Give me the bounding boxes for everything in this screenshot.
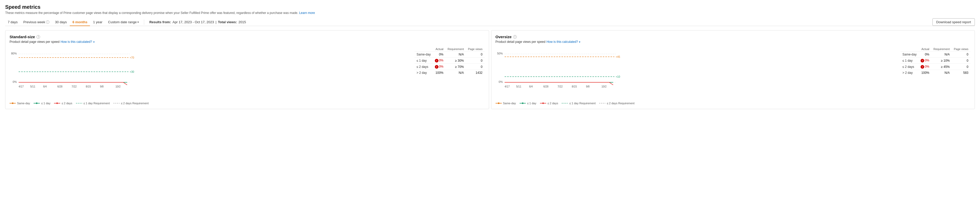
- svg-text:6/28: 6/28: [57, 85, 62, 88]
- oversize-svg-area: 50% 0% +45 +10: [496, 47, 898, 105]
- standard-size-info-icon[interactable]: i: [37, 35, 40, 39]
- table-row: ≤ 1 day !0% ≥ 10% 0: [900, 57, 970, 64]
- table-row: ≤ 2 days !0% ≥ 70% 0: [414, 64, 484, 70]
- oversize-subtitle: Product detail page views per speed How …: [496, 40, 971, 44]
- col-header-pageviews: Page views: [466, 47, 484, 52]
- svg-text:0%: 0%: [499, 80, 503, 83]
- download-speed-report-button[interactable]: Download speed report: [932, 18, 975, 26]
- error-badge: !: [435, 59, 439, 62]
- table-row: ≤ 1 day !0% ≥ 30% 0: [414, 57, 484, 64]
- svg-text:7/22: 7/22: [72, 85, 77, 88]
- legend-2days-req: ≤ 2 days Requirement: [599, 102, 635, 105]
- svg-text:+10: +10: [616, 75, 620, 78]
- legend-same-day: Same-day: [10, 102, 30, 105]
- svg-point-45: [542, 102, 544, 104]
- btn-prev-week[interactable]: Previous week i: [21, 19, 52, 26]
- dropdown-icon: ▾: [93, 41, 95, 43]
- svg-text:10/2: 10/2: [601, 85, 607, 88]
- standard-size-title: Standard-size i: [10, 35, 485, 39]
- error-badge: !: [921, 59, 924, 62]
- standard-size-legend: Same-day ≤ 1 day ≤ 2 days ≤ 1 day R: [10, 102, 412, 105]
- svg-text:5/11: 5/11: [30, 85, 35, 88]
- svg-text:7/22: 7/22: [558, 85, 563, 88]
- legend-same-day: Same-day: [496, 102, 516, 105]
- table-row: Same-day 0% N/A 0: [900, 52, 970, 57]
- svg-text:6/4: 6/4: [529, 85, 533, 88]
- learn-more-link[interactable]: Learn more: [299, 11, 315, 15]
- error-badge: !: [921, 65, 924, 69]
- btn-7days[interactable]: 7 days: [5, 19, 20, 26]
- error-badge: !: [435, 65, 439, 69]
- table-row: > 2 day 100% N/A 1432: [414, 70, 484, 76]
- dropdown-icon: ▾: [137, 21, 139, 24]
- svg-text:6/28: 6/28: [543, 85, 549, 88]
- legend-1day-req: ≤ 1 day Requirement: [562, 102, 595, 105]
- info-icon: i: [46, 21, 49, 24]
- charts-row: Standard-size i Product detail page view…: [5, 30, 975, 109]
- btn-custom-date[interactable]: Custom date range ▾: [105, 19, 141, 26]
- svg-text:4/17: 4/17: [504, 85, 510, 88]
- btn-6months[interactable]: 6 months: [70, 19, 90, 26]
- oversize-chart-area: 50% 0% +45 +10: [496, 47, 971, 105]
- page-subtitle: These metrics measure the percentage of …: [5, 11, 975, 15]
- table-row: > 2 day 100% N/A 583: [900, 70, 970, 76]
- standard-size-how-calculated-link[interactable]: How is this calculated?: [60, 40, 92, 44]
- legend-1day: ≤ 1 day: [33, 102, 50, 105]
- svg-text:5/11: 5/11: [516, 85, 522, 88]
- svg-point-41: [498, 102, 500, 104]
- page-title: Speed metrics: [5, 4, 975, 10]
- svg-text:50%: 50%: [497, 52, 503, 55]
- svg-point-43: [522, 102, 523, 104]
- legend-2days-req: ≤ 2 days Requirement: [113, 102, 149, 105]
- btn-30days[interactable]: 30 days: [52, 19, 70, 26]
- standard-size-subtitle: Product detail page views per speed How …: [10, 40, 485, 44]
- col-header-requirement: Requirement: [445, 47, 466, 52]
- svg-point-17: [12, 102, 13, 104]
- oversize-legend: Same-day ≤ 1 day ≤ 2 days ≤ 1 day R: [496, 102, 898, 105]
- table-row: Same-day 0% N/A 0: [414, 52, 484, 57]
- svg-point-19: [36, 102, 37, 104]
- svg-text:80%: 80%: [11, 52, 17, 55]
- oversize-info-icon[interactable]: i: [513, 35, 517, 39]
- toolbar-divider: [144, 20, 144, 25]
- oversize-table: Actual Requirement Page views Same-day 0…: [900, 47, 970, 105]
- oversize-how-calculated-link[interactable]: How is this calculated?: [546, 40, 578, 44]
- page-container: Speed metrics These metrics measure the …: [0, 0, 980, 113]
- legend-1day-req: ≤ 1 day Requirement: [76, 102, 110, 105]
- col-header-actual: Actual: [918, 47, 931, 52]
- col-header-label: [414, 47, 433, 52]
- svg-text:8/15: 8/15: [86, 85, 91, 88]
- col-header-requirement: Requirement: [931, 47, 952, 52]
- legend-2days: ≤ 2 days: [540, 102, 558, 105]
- col-header-pageviews: Page views: [952, 47, 970, 52]
- svg-text:+45: +45: [616, 56, 620, 58]
- col-header-label: [900, 47, 919, 52]
- toolbar-left: 7 days Previous week i 30 days 6 months …: [5, 19, 932, 26]
- standard-size-panel: Standard-size i Product detail page view…: [5, 30, 489, 109]
- svg-point-21: [56, 102, 58, 104]
- oversize-chart: 50% 0% +45 +10: [496, 47, 622, 98]
- svg-text:9/8: 9/8: [100, 85, 103, 88]
- svg-text:9/8: 9/8: [586, 85, 590, 88]
- standard-size-chart: 80% 0% +70 +30: [10, 47, 136, 98]
- col-header-actual: Actual: [433, 47, 445, 52]
- table-row: ≤ 2 days !0% ≥ 45% 0: [900, 64, 970, 70]
- standard-size-chart-area: 80% 0% +70 +30: [10, 47, 485, 105]
- standard-size-table: Actual Requirement Page views Same-day 0…: [414, 47, 484, 105]
- results-info: Results from: Apr 17, 2023 - Oct 17, 202…: [147, 19, 248, 25]
- toolbar: 7 days Previous week i 30 days 6 months …: [5, 18, 975, 26]
- oversize-panel: Oversize i Product detail page views per…: [491, 30, 975, 109]
- svg-text:0%: 0%: [13, 80, 17, 83]
- legend-1day: ≤ 1 day: [520, 102, 536, 105]
- standard-size-svg-area: 80% 0% +70 +30: [10, 47, 412, 105]
- svg-text:4/17: 4/17: [19, 85, 24, 88]
- oversize-title: Oversize i: [496, 35, 971, 39]
- svg-text:+70: +70: [130, 56, 134, 59]
- svg-text:+30: +30: [130, 70, 134, 73]
- legend-2days: ≤ 2 days: [54, 102, 72, 105]
- dropdown-icon: ▾: [579, 41, 580, 43]
- svg-text:6/4: 6/4: [43, 85, 47, 88]
- btn-1year[interactable]: 1 year: [91, 19, 105, 26]
- svg-text:8/15: 8/15: [572, 85, 577, 88]
- svg-text:10/2: 10/2: [116, 85, 121, 88]
